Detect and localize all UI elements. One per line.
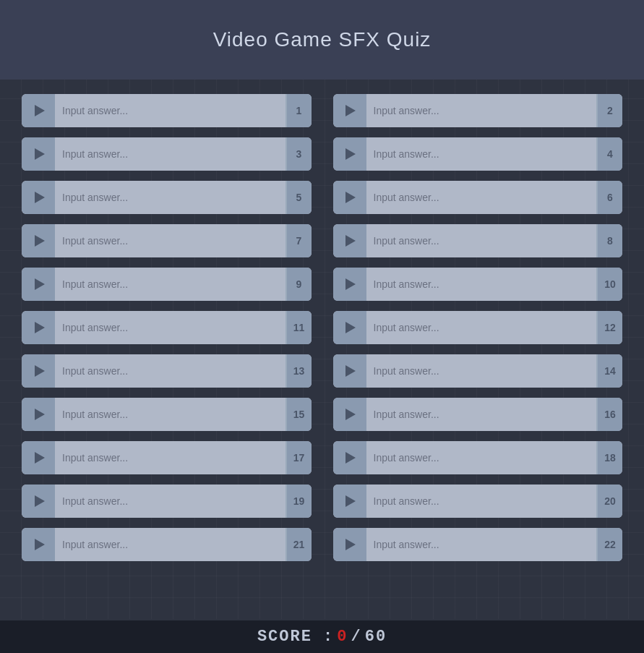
question-number-13: 13	[285, 354, 312, 388]
quiz-item-22: 22	[333, 528, 623, 561]
play-button-21[interactable]	[22, 528, 55, 561]
question-number-18: 18	[596, 441, 622, 474]
play-button-8[interactable]	[333, 224, 366, 257]
play-icon-10	[345, 278, 356, 290]
play-button-3[interactable]	[22, 137, 55, 171]
answer-input-4[interactable]	[366, 137, 597, 171]
question-number-9: 9	[285, 268, 312, 301]
quiz-grid: 12345678910111213141516171819202122	[22, 94, 622, 561]
play-button-10[interactable]	[333, 268, 366, 301]
play-button-18[interactable]	[333, 441, 366, 474]
question-number-11: 11	[285, 311, 312, 344]
question-number-16: 16	[596, 398, 622, 431]
play-button-12[interactable]	[333, 311, 366, 344]
play-icon-15	[35, 409, 45, 420]
play-button-22[interactable]	[333, 528, 366, 561]
question-number-20: 20	[596, 485, 622, 518]
question-number-12: 12	[596, 311, 622, 344]
play-icon-14	[345, 365, 356, 377]
play-icon-4	[345, 148, 356, 160]
play-button-6[interactable]	[333, 181, 366, 214]
quiz-item-11: 11	[22, 311, 312, 344]
answer-input-17[interactable]	[55, 441, 285, 474]
play-button-16[interactable]	[333, 398, 366, 431]
play-button-15[interactable]	[22, 398, 55, 431]
answer-input-2[interactable]	[366, 94, 597, 127]
play-icon-8	[345, 235, 356, 247]
quiz-item-20: 20	[333, 485, 623, 518]
answer-input-11[interactable]	[55, 311, 285, 344]
quiz-item-8: 8	[333, 224, 623, 257]
play-button-13[interactable]	[22, 354, 55, 388]
quiz-item-3: 3	[22, 137, 312, 171]
play-button-7[interactable]	[22, 224, 55, 257]
answer-input-5[interactable]	[55, 181, 285, 214]
play-button-2[interactable]	[333, 94, 366, 127]
question-number-8: 8	[596, 224, 622, 257]
quiz-item-1: 1	[22, 94, 312, 127]
answer-input-18[interactable]	[366, 441, 597, 474]
answer-input-21[interactable]	[55, 528, 285, 561]
answer-input-19[interactable]	[55, 485, 285, 518]
score-display: SCORE : 0 / 60	[257, 628, 387, 646]
question-number-5: 5	[285, 181, 312, 214]
play-icon-9	[35, 278, 45, 290]
question-number-7: 7	[285, 224, 312, 257]
answer-input-20[interactable]	[366, 485, 597, 518]
answer-input-14[interactable]	[366, 354, 597, 388]
answer-input-16[interactable]	[366, 398, 597, 431]
quiz-item-21: 21	[22, 528, 312, 561]
page-title: Video Game SFX Quiz	[213, 28, 432, 51]
answer-input-10[interactable]	[366, 268, 597, 301]
play-button-5[interactable]	[22, 181, 55, 214]
play-icon-2	[345, 105, 356, 116]
quiz-item-6: 6	[333, 181, 623, 214]
play-icon-17	[35, 452, 45, 464]
question-number-1: 1	[285, 94, 312, 127]
question-number-17: 17	[285, 441, 312, 474]
answer-input-6[interactable]	[366, 181, 597, 214]
play-icon-18	[345, 452, 356, 464]
answer-input-13[interactable]	[55, 354, 285, 388]
play-icon-1	[35, 105, 45, 116]
play-button-17[interactable]	[22, 441, 55, 474]
play-button-14[interactable]	[333, 354, 366, 388]
answer-input-3[interactable]	[55, 137, 285, 171]
play-icon-5	[35, 192, 45, 203]
play-icon-21	[35, 539, 45, 550]
quiz-item-12: 12	[333, 311, 623, 344]
question-number-6: 6	[596, 181, 622, 214]
question-number-4: 4	[596, 137, 622, 171]
quiz-item-17: 17	[22, 441, 312, 474]
page-header: Video Game SFX Quiz	[0, 0, 644, 80]
play-button-20[interactable]	[333, 485, 366, 518]
play-button-9[interactable]	[22, 268, 55, 301]
question-number-22: 22	[596, 528, 622, 561]
play-icon-7	[35, 235, 45, 247]
score-bar: SCORE : 0 / 60	[0, 620, 644, 653]
quiz-item-18: 18	[333, 441, 623, 474]
quiz-item-7: 7	[22, 224, 312, 257]
quiz-item-2: 2	[333, 94, 623, 127]
answer-input-7[interactable]	[55, 224, 285, 257]
score-total: 60	[365, 628, 387, 646]
answer-input-9[interactable]	[55, 268, 285, 301]
quiz-item-5: 5	[22, 181, 312, 214]
answer-input-1[interactable]	[55, 94, 285, 127]
play-icon-20	[345, 495, 356, 507]
quiz-item-9: 9	[22, 268, 312, 301]
play-icon-19	[35, 495, 45, 507]
play-icon-13	[35, 365, 45, 377]
play-icon-16	[345, 409, 356, 420]
play-button-19[interactable]	[22, 485, 55, 518]
play-button-4[interactable]	[333, 137, 366, 171]
quiz-item-14: 14	[333, 354, 623, 388]
play-icon-6	[345, 192, 356, 203]
play-button-11[interactable]	[22, 311, 55, 344]
question-number-2: 2	[596, 94, 622, 127]
play-button-1[interactable]	[22, 94, 55, 127]
answer-input-15[interactable]	[55, 398, 285, 431]
answer-input-12[interactable]	[366, 311, 597, 344]
answer-input-22[interactable]	[366, 528, 597, 561]
answer-input-8[interactable]	[366, 224, 597, 257]
